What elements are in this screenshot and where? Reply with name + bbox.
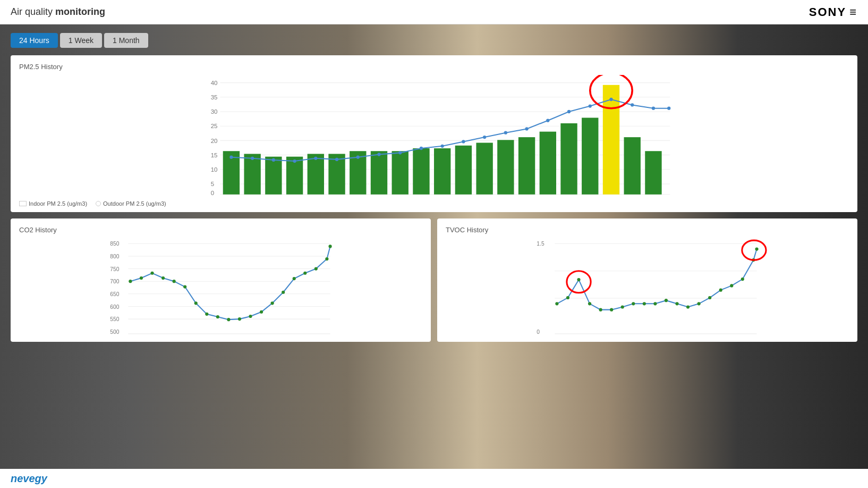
svg-text:20: 20 — [211, 138, 218, 144]
co2-dot-7 — [194, 301, 198, 305]
svg-text:700: 700 — [110, 279, 119, 284]
outdoor-dot-4 — [293, 159, 296, 163]
bar-16 — [540, 132, 556, 195]
pm25-legend: Indoor PM 2.5 (ug/m3) Outdoor PM 2.5 (ug… — [19, 200, 849, 207]
tvoc-dot-7 — [621, 305, 624, 308]
outdoor-dot-1 — [229, 156, 233, 159]
tvoc-dot-15 — [708, 296, 711, 299]
co2-dot-12 — [249, 315, 252, 318]
outdoor-dot-22 — [667, 107, 670, 110]
svg-text:35: 35 — [211, 94, 218, 100]
filter-1week[interactable]: 1 Week — [60, 33, 102, 48]
svg-text:850: 850 — [110, 241, 119, 247]
bar-15 — [518, 137, 535, 195]
tvoc-dot-5 — [599, 308, 602, 312]
sony-logo: SONY ≡ — [809, 5, 857, 19]
tvoc-dot-12 — [675, 302, 678, 305]
co2-chart-svg: 850 800 750 700 650 600 550 500 — [19, 238, 422, 336]
co2-dot-18 — [314, 267, 318, 270]
outdoor-dot-15 — [525, 127, 528, 130]
bar-18 — [582, 118, 598, 195]
tvoc-dot-18 — [741, 277, 744, 281]
pm25-chart-card: PM2.5 History 40 35 30 25 20 15 10 5 0 — [11, 55, 857, 212]
outdoor-legend-label: Outdoor PM 2.5 (ug/m3) — [103, 200, 166, 207]
outdoor-dot-7 — [356, 156, 360, 159]
outdoor-dot-3 — [272, 158, 275, 162]
tvoc-dot-8 — [632, 302, 635, 305]
co2-dot-15 — [282, 291, 285, 294]
filter-1month[interactable]: 1 Month — [104, 33, 148, 48]
logo-text: SONY — [809, 5, 846, 19]
svg-text:750: 750 — [110, 266, 119, 272]
outdoor-dot-10 — [420, 147, 423, 150]
svg-text:650: 650 — [110, 291, 119, 297]
indoor-legend-label: Indoor PM 2.5 (ug/m3) — [29, 200, 87, 207]
tvoc-dot-10 — [653, 302, 657, 305]
header: Air quality monitoring SONY ≡ — [0, 0, 868, 24]
co2-dot-13 — [260, 310, 263, 314]
outdoor-dot-6 — [335, 158, 338, 161]
svg-text:1.5: 1.5 — [537, 241, 544, 247]
footer: nevegy — [0, 469, 868, 488]
co2-dot-9 — [216, 315, 219, 318]
charts-wrapper: PM2.5 History 40 35 30 25 20 15 10 5 0 — [11, 55, 857, 342]
co2-dot-6 — [183, 285, 186, 288]
outdoor-legend-item: Outdoor PM 2.5 (ug/m3) — [96, 200, 166, 207]
tvoc-title: TVOC History — [446, 226, 849, 234]
svg-text:40: 40 — [211, 80, 218, 86]
co2-chart-card: CO2 History 850 800 750 700 650 600 550 … — [11, 218, 431, 342]
content-area: 24 Hours 1 Week 1 Month PM2.5 History 40… — [0, 24, 868, 350]
title-normal: Air quality — [11, 6, 55, 17]
bar-3 — [265, 157, 282, 195]
outdoor-dot-5 — [314, 157, 317, 160]
svg-text:0: 0 — [537, 329, 540, 335]
bar-8 — [371, 151, 387, 195]
title-bold: monitoring — [55, 6, 105, 17]
bar-14 — [497, 140, 514, 194]
outdoor-dot-8 — [377, 153, 380, 156]
filter-24h[interactable]: 24 Hours — [11, 33, 58, 48]
outdoor-dot-17 — [567, 110, 571, 113]
outdoor-dot-13 — [483, 136, 486, 139]
co2-dot-19 — [325, 257, 328, 260]
app-title: Air quality monitoring — [11, 6, 105, 18]
co2-dot-17 — [303, 272, 307, 275]
bar-12 — [455, 146, 472, 195]
svg-text:10: 10 — [211, 166, 218, 173]
indoor-legend-item: Indoor PM 2.5 (ug/m3) — [19, 200, 87, 207]
outdoor-dot-18 — [589, 104, 592, 107]
pm25-chart-svg: 40 35 30 25 20 15 10 5 0 — [19, 75, 849, 197]
outdoor-dot-9 — [398, 151, 402, 154]
co2-dot-20 — [328, 245, 331, 248]
co2-dot-16 — [293, 277, 296, 280]
tvoc-dot-11 — [665, 299, 668, 302]
outdoor-dot-20 — [631, 103, 634, 106]
outdoor-dot-12 — [462, 140, 465, 143]
tvoc-dot-20 — [755, 247, 758, 250]
tvoc-dot-16 — [719, 289, 722, 292]
tvoc-dot-2 — [566, 296, 569, 299]
bar-11 — [434, 148, 450, 195]
outdoor-dot-11 — [441, 145, 444, 148]
indoor-legend-box — [19, 201, 27, 206]
svg-text:550: 550 — [110, 316, 119, 322]
bar-21 — [645, 151, 661, 195]
menu-icon[interactable]: ≡ — [849, 5, 857, 19]
tvoc-line — [557, 249, 756, 310]
svg-text:25: 25 — [211, 123, 218, 129]
outdoor-dot-21 — [652, 107, 655, 110]
outdoor-dot-2 — [251, 157, 254, 160]
tvoc-dot-1 — [555, 302, 558, 305]
tvoc-dot-13 — [686, 305, 690, 308]
co2-dot-5 — [173, 280, 176, 283]
co2-dot-10 — [227, 318, 230, 321]
bar-10 — [413, 148, 429, 195]
footer-logo: nevegy — [11, 473, 47, 485]
bar-17 — [560, 123, 577, 195]
tvoc-chart-svg: 1.5 0 — [446, 238, 849, 336]
co2-dot-11 — [238, 317, 241, 321]
bar-13 — [476, 143, 492, 195]
tvoc-dot-14 — [697, 302, 701, 305]
outdoor-legend-circle — [96, 201, 101, 206]
outdoor-dot-16 — [546, 119, 549, 122]
